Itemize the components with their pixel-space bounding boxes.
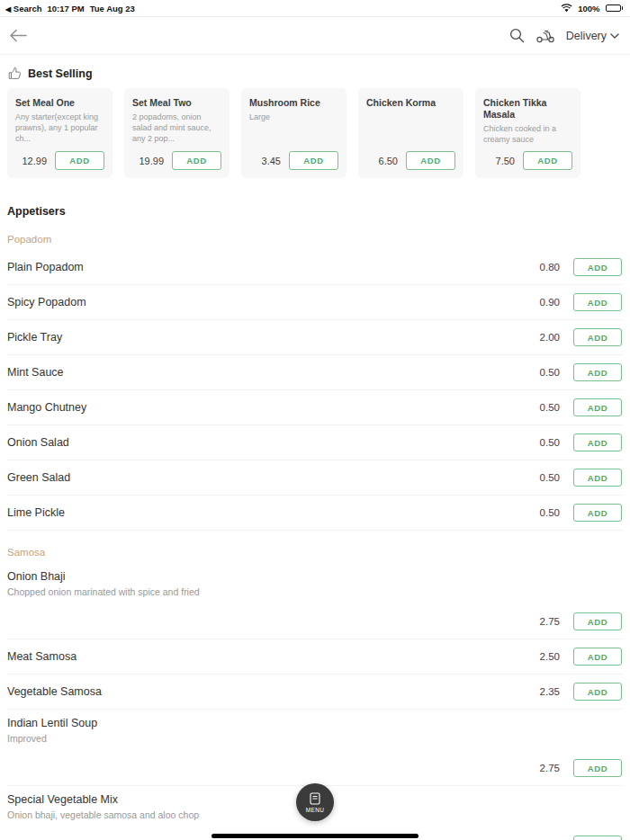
- wifi-icon: [561, 4, 572, 13]
- delivery-selector[interactable]: Delivery: [566, 30, 619, 42]
- card-name: Set Meal One: [15, 97, 104, 109]
- thumbs-up-icon: [8, 67, 22, 80]
- menu-item-row[interactable]: Onion Bhaji Chopped onion marinated with…: [7, 563, 622, 639]
- group-title: Samosa: [7, 547, 622, 558]
- back-triangle-icon: ◀: [5, 5, 11, 13]
- menu-fab-button[interactable]: MENU: [296, 783, 334, 821]
- best-selling-card[interactable]: Mushroom Rice Large 3.45 ADD: [241, 88, 346, 178]
- item-price: 0.50: [540, 437, 560, 448]
- battery-icon: [606, 4, 624, 12]
- status-bar: ◀ Search 10:17 PM Tue Aug 23 100%: [0, 0, 630, 17]
- add-button[interactable]: ADD: [573, 328, 622, 346]
- menu-item-row[interactable]: Onion Salad 0.50 ADD: [7, 425, 622, 460]
- battery-percent: 100%: [578, 4, 599, 13]
- add-button[interactable]: ADD: [573, 648, 622, 666]
- add-button[interactable]: ADD: [573, 433, 622, 451]
- card-description: Chicken cooked in a creamy sauce: [483, 124, 572, 145]
- item-name: Mango Chutney: [7, 401, 86, 414]
- card-price: 12.99: [22, 156, 47, 166]
- item-name: Spicy Popadom: [7, 296, 86, 308]
- item-price: 0.80: [540, 262, 560, 273]
- add-button[interactable]: ADD: [573, 683, 622, 701]
- best-selling-header: Best Selling: [8, 67, 630, 80]
- card-name: Set Meal Two: [132, 97, 221, 109]
- add-button[interactable]: ADD: [573, 293, 622, 311]
- home-indicator[interactable]: [212, 834, 418, 838]
- item-price: 0.90: [540, 297, 560, 308]
- card-price: 3.45: [262, 156, 281, 166]
- best-selling-carousel[interactable]: Set Meal One Any starter(except king pra…: [0, 88, 630, 178]
- best-selling-card[interactable]: Chicken Tikka Masala Chicken cooked in a…: [475, 88, 580, 178]
- menu-item-row[interactable]: Pickle Tray 2.00 ADD: [7, 320, 622, 355]
- item-name: Onion Salad: [7, 436, 69, 449]
- card-name: Chicken Tikka Masala: [483, 97, 572, 121]
- menu-item-row[interactable]: Meat Samosa 2.50 ADD: [7, 639, 622, 675]
- item-name: Onion Bhaji: [7, 570, 622, 583]
- add-button[interactable]: ADD: [406, 151, 455, 170]
- add-button[interactable]: ADD: [573, 836, 622, 840]
- add-button[interactable]: ADD: [573, 759, 622, 777]
- best-selling-card[interactable]: Set Meal Two 2 popadoms, onion salad and…: [124, 88, 230, 178]
- card-price: 7.50: [496, 156, 515, 166]
- card-price: 19.99: [139, 156, 164, 166]
- add-button[interactable]: ADD: [573, 504, 622, 522]
- item-name: Lime Pickle: [7, 506, 65, 519]
- card-description: 2 popadoms, onion salad and mint sauce, …: [132, 112, 221, 144]
- add-button[interactable]: ADD: [55, 151, 104, 170]
- item-price: 2.75: [540, 616, 560, 627]
- menu-item-row[interactable]: Plain Popadom 0.80 ADD: [7, 250, 622, 285]
- best-selling-title: Best Selling: [28, 67, 93, 80]
- scooter-icon: [536, 29, 555, 43]
- chevron-down-icon: [610, 33, 619, 39]
- menu-document-icon: [310, 792, 320, 805]
- add-button[interactable]: ADD: [573, 469, 622, 487]
- back-to-app[interactable]: ◀ Search: [5, 4, 41, 13]
- section-title: Appetisers: [7, 205, 622, 218]
- menu-item-row[interactable]: Vegetable Samosa 2.35 ADD: [7, 675, 622, 710]
- item-price: 0.50: [540, 367, 560, 378]
- back-button[interactable]: [9, 29, 27, 42]
- item-price: 0.50: [540, 402, 560, 413]
- menu-fab-label: MENU: [306, 807, 325, 813]
- status-date: Tue Aug 23: [90, 4, 135, 13]
- card-name: Mushroom Rice: [249, 97, 338, 109]
- best-selling-card[interactable]: Chicken Korma 6.50 ADD: [358, 88, 464, 178]
- card-price: 6.50: [379, 156, 398, 166]
- item-price: 2.50: [540, 651, 560, 662]
- item-name: Indian Lentil Soup: [7, 717, 622, 729]
- card-name: Chicken Korma: [366, 97, 455, 109]
- add-button[interactable]: ADD: [523, 151, 572, 170]
- card-description: Any starter(except king prawns), any 1 p…: [15, 112, 104, 144]
- item-name: Mint Sauce: [7, 366, 64, 379]
- group-title: Popadom: [7, 234, 622, 245]
- item-price: 2.00: [540, 332, 560, 343]
- item-description: Improved: [7, 733, 622, 744]
- menu-item-row[interactable]: Lime Pickle 0.50 ADD: [7, 496, 622, 531]
- item-price: 2.35: [540, 686, 560, 697]
- item-description: Chopped onion marinated with spice and f…: [7, 586, 622, 597]
- item-name: Pickle Tray: [7, 331, 62, 344]
- search-icon[interactable]: [509, 28, 525, 43]
- menu-item-row[interactable]: Mint Sauce 0.50 ADD: [7, 355, 622, 390]
- card-description: Large: [249, 112, 338, 123]
- add-button[interactable]: ADD: [573, 363, 622, 381]
- item-name: Green Salad: [7, 471, 70, 484]
- add-button[interactable]: ADD: [573, 258, 622, 276]
- add-button[interactable]: ADD: [573, 398, 622, 416]
- item-price: 0.50: [540, 507, 560, 518]
- menu-item-row[interactable]: Green Salad 0.50 ADD: [7, 460, 622, 496]
- add-button[interactable]: ADD: [172, 151, 221, 170]
- status-time: 10:17 PM: [47, 4, 84, 13]
- add-button[interactable]: ADD: [289, 151, 338, 170]
- item-price: 2.75: [540, 763, 560, 773]
- best-selling-card[interactable]: Set Meal One Any starter(except king pra…: [7, 88, 112, 178]
- item-price: 0.50: [540, 472, 560, 483]
- menu-item-row[interactable]: Mango Chutney 0.50 ADD: [7, 390, 622, 425]
- item-name: Vegetable Samosa: [7, 685, 102, 698]
- menu-item-row[interactable]: Indian Lentil Soup Improved 2.75 ADD: [7, 710, 622, 786]
- add-button[interactable]: ADD: [573, 612, 622, 630]
- delivery-label: Delivery: [566, 30, 607, 42]
- menu-list: Appetisers Popadom Plain Popadom 0.80 AD…: [0, 205, 630, 840]
- menu-item-row[interactable]: Spicy Popadom 0.90 ADD: [7, 285, 622, 320]
- item-name: Meat Samosa: [7, 650, 76, 663]
